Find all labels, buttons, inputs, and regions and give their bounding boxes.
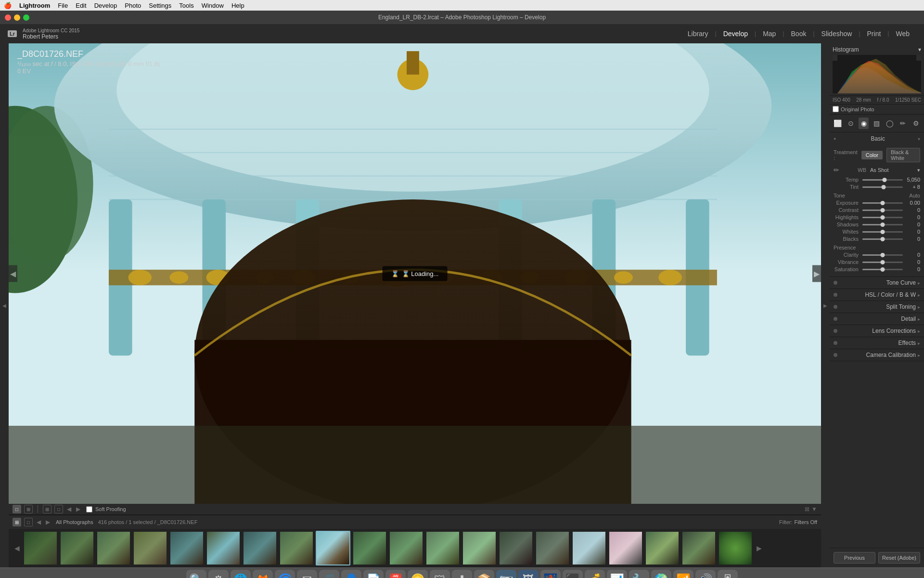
loupe-icon[interactable]: □ <box>24 518 33 526</box>
highlights-slider[interactable] <box>862 217 903 218</box>
dock-app5[interactable]: 🔧 <box>629 570 649 578</box>
detail-section[interactable]: Detail ▸ <box>830 313 924 325</box>
filmstrip-left-nav[interactable]: ◀ <box>13 531 21 565</box>
filmstrip-thumb-3[interactable] <box>133 531 167 565</box>
nav-develop[interactable]: Develop <box>717 30 755 38</box>
redeye-tool[interactable]: ◉ <box>859 118 869 129</box>
window-menu[interactable]: Window <box>202 2 224 9</box>
filmstrip-thumb-18[interactable] <box>681 531 716 565</box>
hsl-section[interactable]: HSL / Color / B & W ▸ <box>830 289 924 301</box>
filmstrip-thumb-15[interactable] <box>572 531 606 565</box>
nav-book[interactable]: Book <box>784 30 813 38</box>
tone-auto-btn[interactable]: Auto <box>909 193 920 198</box>
filmstrip-right-nav[interactable]: ▶ <box>755 531 763 565</box>
filmstrip-thumb-0[interactable] <box>23 531 58 565</box>
close-button[interactable] <box>5 14 11 21</box>
wb-dropdown-btn[interactable]: ▾ <box>917 167 920 173</box>
dock-safari[interactable]: 🌐 <box>231 570 251 578</box>
filmstrip-thumb-16[interactable] <box>608 531 643 565</box>
temp-slider[interactable] <box>862 179 903 181</box>
grid-view-btn[interactable]: ⊞ <box>43 505 51 513</box>
filmstrip-thumb-7[interactable] <box>279 531 314 565</box>
soft-proofing-checkbox[interactable] <box>86 506 92 512</box>
filmstrip-thumb-12[interactable] <box>462 531 497 565</box>
adj-brush-tool[interactable]: ✏ <box>898 118 908 129</box>
dock-app3[interactable]: 💰 <box>585 570 605 578</box>
filmstrip-forward-btn[interactable]: ▶ <box>75 506 81 512</box>
basic-section-header[interactable]: ● Basic ▾ <box>830 132 924 145</box>
contrast-slider[interactable] <box>862 210 903 211</box>
dock-app6[interactable]: 🌍 <box>651 570 671 578</box>
filmstrip-thumb-6[interactable] <box>243 531 277 565</box>
filter-value[interactable]: Filters Off <box>795 519 817 525</box>
dock-calendar[interactable]: 📅 <box>385 570 406 578</box>
right-panel-toggle[interactable]: ▶ <box>821 43 830 567</box>
dock-mail[interactable]: ✉ <box>297 570 317 578</box>
dock-wifi[interactable]: 📶 <box>673 570 693 578</box>
develop-menu[interactable]: Develop <box>94 2 117 9</box>
grad-filter-tool[interactable]: ▨ <box>872 118 882 129</box>
edit-menu[interactable]: Edit <box>76 2 86 9</box>
settings-tool[interactable]: ⚙ <box>911 118 921 129</box>
view-single-btn[interactable]: □ <box>13 505 21 513</box>
dock-app2[interactable]: 📦 <box>474 570 494 578</box>
dock-contacts[interactable]: 👤 <box>341 570 361 578</box>
shadows-slider[interactable] <box>862 224 903 225</box>
maximize-button[interactable] <box>23 14 29 21</box>
dock-terminal[interactable]: ⬛ <box>563 570 583 578</box>
dock-firefox[interactable]: 🦊 <box>253 570 273 578</box>
dock-bridge[interactable]: 🌉 <box>540 570 561 578</box>
left-panel-toggle[interactable]: ◀ <box>0 43 9 567</box>
bw-treatment-btn[interactable]: Black & White <box>886 148 920 162</box>
lens-corrections-section[interactable]: Lens Corrections ▸ <box>830 325 924 337</box>
grid-icon[interactable]: ⊞ <box>13 518 21 526</box>
color-treatment-btn[interactable]: Color <box>861 151 883 159</box>
minimize-button[interactable] <box>14 14 20 21</box>
dock-app7[interactable]: 🔊 <box>695 570 716 578</box>
photo-menu[interactable]: Photo <box>125 2 141 9</box>
dock-chrome[interactable]: 🌀 <box>275 570 295 578</box>
tint-slider[interactable] <box>862 186 903 188</box>
dock-app1[interactable]: 🛡 <box>430 570 450 578</box>
original-photo-checkbox[interactable] <box>833 106 839 112</box>
dock-app4[interactable]: 📊 <box>607 570 627 578</box>
crop-tool[interactable]: ⬜ <box>833 118 843 129</box>
collapse-icon[interactable]: ▼ <box>811 506 817 512</box>
filmstrip-thumb-8[interactable] <box>316 531 350 565</box>
photo-next-arrow[interactable]: ▶ <box>812 265 821 282</box>
filmstrip-thumb-13[interactable] <box>499 531 533 565</box>
reset-button[interactable]: Reset (Adobe) <box>878 552 920 564</box>
tone-curve-section[interactable]: Tone Curve ▸ <box>830 277 924 289</box>
whites-slider[interactable] <box>862 231 903 233</box>
view-compare-btn[interactable]: ⊞ <box>24 505 33 513</box>
help-menu[interactable]: Help <box>231 2 244 9</box>
dock-system-prefs[interactable]: ⚙ <box>208 570 229 578</box>
filmstrip-thumb-11[interactable] <box>425 531 460 565</box>
dock-adobe-acrobat[interactable]: 📄 <box>363 570 384 578</box>
previous-button[interactable]: Previous <box>834 552 875 564</box>
filmstrip-thumb-19[interactable] <box>718 531 753 565</box>
dock-photoshop[interactable]: 🖼 <box>518 570 539 578</box>
heal-tool[interactable]: ⊙ <box>846 118 856 129</box>
dock-lightroom[interactable]: 📷 <box>496 570 516 578</box>
effects-section[interactable]: Effects ▸ <box>830 337 924 349</box>
camera-calibration-section[interactable]: Camera Calibration ▸ <box>830 349 924 361</box>
next-source-btn[interactable]: ▶ <box>45 519 51 525</box>
filmstrip-thumb-14[interactable] <box>535 531 570 565</box>
filmstrip-back-btn[interactable]: ◀ <box>66 506 72 512</box>
photo-prev-arrow[interactable]: ◀ <box>9 265 17 282</box>
exposure-slider[interactable] <box>862 202 903 204</box>
filmstrip-thumb-9[interactable] <box>352 531 387 565</box>
saturation-slider[interactable] <box>862 269 903 270</box>
file-menu[interactable]: File <box>58 2 68 9</box>
dock-finder[interactable]: 🔍 <box>186 570 206 578</box>
filmstrip-thumb-2[interactable] <box>96 531 131 565</box>
eyedropper-icon[interactable]: ✏ <box>834 166 839 174</box>
filmstrip-thumb-17[interactable] <box>645 531 680 565</box>
filmstrip-thumb-10[interactable] <box>389 531 424 565</box>
radial-filter-tool[interactable]: ◯ <box>885 118 895 129</box>
nav-library[interactable]: Library <box>681 30 715 38</box>
dock-app8[interactable]: 🎛 <box>718 570 738 578</box>
apple-menu[interactable]: 🍎 <box>4 2 12 9</box>
settings-menu[interactable]: Settings <box>149 2 171 9</box>
